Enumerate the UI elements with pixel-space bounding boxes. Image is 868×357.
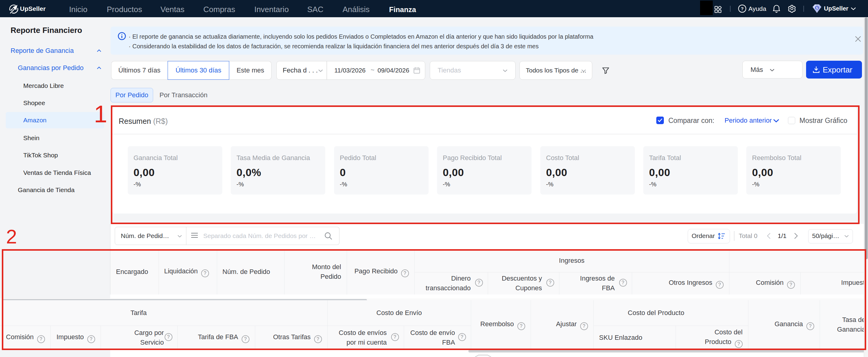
svg-text:S: S <box>816 6 818 10</box>
svg-text:?: ? <box>741 6 744 11</box>
